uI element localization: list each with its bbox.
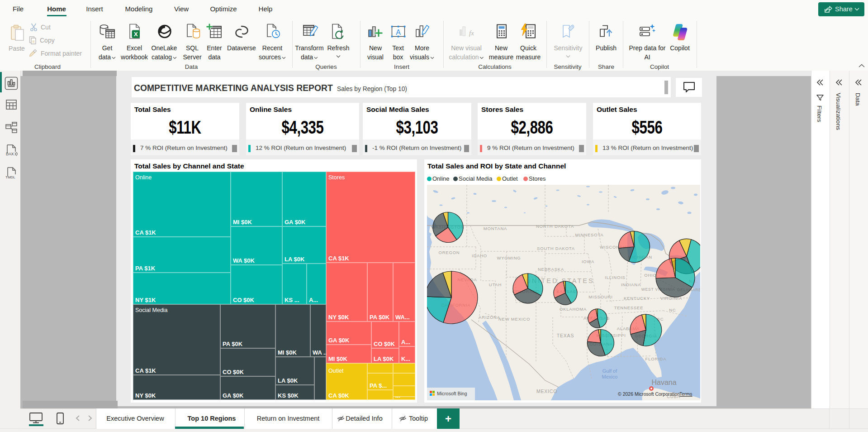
svg-text:MONTANA: MONTANA xyxy=(484,226,507,231)
svg-text:MEXICO: MEXICO xyxy=(536,389,557,394)
svg-text:Microsoft Bing: Microsoft Bing xyxy=(437,391,467,396)
svg-text:ARIZONA: ARIZONA xyxy=(479,315,500,320)
svg-text:MISSOURI: MISSOURI xyxy=(588,294,612,299)
svg-text:INDIANA: INDIANA xyxy=(621,282,641,287)
svg-text:WYOMING: WYOMING xyxy=(497,255,521,260)
svg-text:TMDL: TMDL xyxy=(5,175,15,179)
svg-text:OKLAHOMA: OKLAHOMA xyxy=(560,307,587,312)
svg-text:A: A xyxy=(396,29,401,36)
svg-text:© 2026 Microsoft Corporation: © 2026 Microsoft Corporation xyxy=(618,391,680,397)
svg-text:DAX: DAX xyxy=(6,152,14,156)
svg-text:IDAHO: IDAHO xyxy=(472,253,487,258)
svg-text:OHIO: OHIO xyxy=(644,273,656,278)
svg-text:NEBRASKA: NEBRASKA xyxy=(538,267,564,272)
svg-text:IOWA: IOWA xyxy=(582,259,594,264)
svg-text:OREGON: OREGON xyxy=(438,250,460,255)
svg-text:TENNESSEE: TENNESSEE xyxy=(614,305,644,310)
svg-text:Havana: Havana xyxy=(651,379,676,386)
svg-text:ILLINOIS: ILLINOIS xyxy=(605,275,625,280)
svg-text:Mexico: Mexico xyxy=(602,374,618,379)
svg-text:Gulf of: Gulf of xyxy=(602,368,617,374)
svg-text:MINNESOTA: MINNESOTA xyxy=(575,232,604,237)
svg-text:FLORIDA: FLORIDA xyxy=(645,356,667,361)
svg-text:X: X xyxy=(134,31,138,38)
svg-text:SOUTH DAKOTA: SOUTH DAKOTA xyxy=(537,246,575,251)
svg-text:UTAH: UTAH xyxy=(489,282,502,287)
svg-text:KENTUCKY: KENTUCKY xyxy=(624,296,650,301)
svg-text:Terms: Terms xyxy=(679,391,693,397)
svg-text:NC: NC xyxy=(669,307,676,312)
svg-text:fx: fx xyxy=(469,29,474,37)
svg-text:NEW MEXICO: NEW MEXICO xyxy=(498,317,530,322)
svg-text:TEXAS: TEXAS xyxy=(557,333,574,338)
svg-text:NORTH DAKOTA: NORTH DAKOTA xyxy=(536,224,574,229)
